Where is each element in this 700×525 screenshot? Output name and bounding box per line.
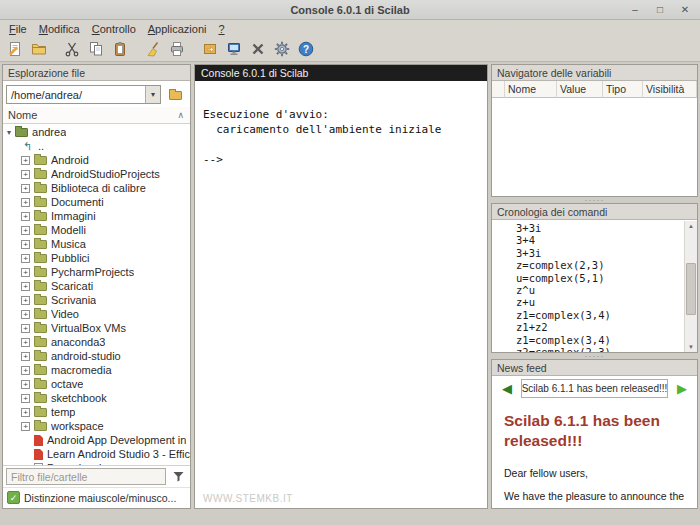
- expander-icon[interactable]: +: [21, 198, 30, 207]
- print-button[interactable]: [165, 38, 189, 60]
- column-visibilità[interactable]: Visibilità: [643, 81, 697, 98]
- menu-item-applicazioni[interactable]: Applicazioni: [142, 22, 213, 36]
- tree-item-folder[interactable]: +temp: [3, 405, 190, 419]
- tree-item-folder[interactable]: +anaconda3: [3, 335, 190, 349]
- tree-item-folder[interactable]: +Video: [3, 307, 190, 321]
- menu-item-file[interactable]: File: [3, 22, 33, 36]
- history-item[interactable]: z=complex(2,3): [516, 259, 681, 271]
- history-item[interactable]: 3+4: [516, 234, 681, 246]
- column-tipo[interactable]: Tipo: [603, 81, 643, 98]
- tree-item-folder[interactable]: +workspace: [3, 419, 190, 433]
- expander-icon[interactable]: +: [21, 422, 30, 431]
- expander-icon[interactable]: +: [21, 184, 30, 193]
- path-combo[interactable]: /home/andrea/ ▾: [6, 85, 161, 104]
- history-item[interactable]: z^u: [516, 284, 681, 296]
- tree-item-folder[interactable]: +Modelli: [3, 223, 190, 237]
- tree-item-folder[interactable]: +Android: [3, 153, 190, 167]
- tree-item-up[interactable]: ↰..: [3, 139, 190, 153]
- expander-icon[interactable]: +: [21, 380, 30, 389]
- history-list[interactable]: 3+3i3+43+3iz=complex(2,3)u=complex(5,1)z…: [492, 220, 697, 352]
- preferences-button[interactable]: [270, 38, 294, 60]
- expander-icon[interactable]: +: [21, 240, 30, 249]
- tree-item-folder[interactable]: +sketchbook: [3, 391, 190, 405]
- tree-item-folder[interactable]: +VirtualBox VMs: [3, 321, 190, 335]
- variable-table-body[interactable]: [492, 98, 697, 196]
- tree-item-root[interactable]: ▾andrea: [3, 125, 190, 139]
- minimize-icon[interactable]: –: [628, 4, 642, 15]
- news-prev-button[interactable]: ◀: [496, 379, 518, 398]
- stop-button[interactable]: [246, 38, 270, 60]
- expander-icon[interactable]: +: [21, 324, 30, 333]
- filter-funnel-button[interactable]: [169, 471, 187, 482]
- tree-item-folder[interactable]: +Pubblici: [3, 251, 190, 265]
- tree-item-folder[interactable]: +android-studio: [3, 349, 190, 363]
- collapse-icon[interactable]: ∧: [177, 110, 184, 120]
- tree-item-file[interactable]: Android App Development in: [3, 433, 190, 447]
- copy-button[interactable]: [84, 38, 108, 60]
- tree-item-folder[interactable]: +Documenti: [3, 195, 190, 209]
- dropdown-arrow-icon[interactable]: ▾: [145, 86, 160, 103]
- menu-item-help[interactable]: ?: [212, 22, 230, 36]
- history-item[interactable]: z+u: [516, 296, 681, 308]
- expander-icon[interactable]: +: [21, 268, 30, 277]
- expander-icon[interactable]: +: [21, 212, 30, 221]
- paste-button[interactable]: [108, 38, 132, 60]
- expander-icon[interactable]: +: [21, 394, 30, 403]
- help-button[interactable]: ?: [294, 38, 318, 60]
- column-value[interactable]: Value: [557, 81, 603, 98]
- titlebar[interactable]: Console 6.0.1 di Scilab – □ ✕: [0, 0, 700, 20]
- tree-item-folder[interactable]: +Scrivania: [3, 293, 190, 307]
- folder-icon: [34, 268, 47, 277]
- tree-item-file[interactable]: Learn Android Studio 3 - Effici: [3, 447, 190, 461]
- expander-icon[interactable]: +: [21, 352, 30, 361]
- open-file-button[interactable]: [27, 38, 51, 60]
- collapse-arrow-icon[interactable]: ▾: [7, 128, 11, 137]
- expander-icon[interactable]: +: [21, 338, 30, 347]
- tree-item-folder[interactable]: +macromedia: [3, 363, 190, 377]
- history-item[interactable]: z1=complex(3,4): [516, 334, 681, 346]
- expander-icon[interactable]: +: [21, 226, 30, 235]
- change-directory-button[interactable]: [198, 38, 222, 60]
- scroll-down-icon[interactable]: ▼: [685, 342, 697, 352]
- tree-item-folder[interactable]: +PycharmProjects: [3, 265, 190, 279]
- filter-input[interactable]: [6, 468, 166, 485]
- news-body[interactable]: Scilab 6.1.1 has been released!!! Dear f…: [492, 401, 697, 508]
- expander-icon[interactable]: +: [21, 310, 30, 319]
- history-scrollbar[interactable]: ▲ ▼: [684, 221, 697, 352]
- history-item[interactable]: z1=complex(3,4): [516, 309, 681, 321]
- tree-item-folder[interactable]: +octave: [3, 377, 190, 391]
- history-item[interactable]: 3+3i: [516, 222, 681, 234]
- browse-folder-button[interactable]: [163, 84, 187, 105]
- expander-icon[interactable]: +: [21, 366, 30, 375]
- expander-icon[interactable]: +: [21, 254, 30, 263]
- menu-item-modifica[interactable]: Modifica: [33, 22, 86, 36]
- clear-console-button[interactable]: [141, 38, 165, 60]
- expander-icon[interactable]: +: [21, 170, 30, 179]
- scroll-up-icon[interactable]: ▲: [685, 221, 697, 231]
- expander-icon[interactable]: +: [21, 408, 30, 417]
- history-item[interactable]: z1+z2: [516, 321, 681, 333]
- launch-editor-button[interactable]: [3, 38, 27, 60]
- scrollbar-thumb[interactable]: [686, 263, 696, 315]
- case-sensitive-checkbox[interactable]: ✓: [7, 491, 20, 504]
- tree-item-folder[interactable]: +AndroidStudioProjects: [3, 167, 190, 181]
- column-nome[interactable]: Nome: [505, 81, 557, 98]
- expander-icon[interactable]: +: [21, 156, 30, 165]
- history-item[interactable]: 3+3i: [516, 247, 681, 259]
- tree-item-folder[interactable]: +Immagini: [3, 209, 190, 223]
- tree-item-folder[interactable]: +Musica: [3, 237, 190, 251]
- tree-column-header[interactable]: Nome ∧: [3, 107, 190, 124]
- expander-icon[interactable]: +: [21, 296, 30, 305]
- expander-icon[interactable]: +: [21, 282, 30, 291]
- cut-button[interactable]: [60, 38, 84, 60]
- history-item[interactable]: u=complex(5,1): [516, 272, 681, 284]
- tree-item-folder[interactable]: +Scaricati: [3, 279, 190, 293]
- maximize-icon[interactable]: □: [653, 4, 667, 15]
- history-item[interactable]: z2=complex(2,3): [516, 346, 681, 352]
- console-output[interactable]: Esecuzione d'avvio: caricamento dell'amb…: [195, 81, 487, 508]
- news-next-button[interactable]: ▶: [671, 379, 693, 398]
- tree-item-folder[interactable]: +Biblioteca di calibre: [3, 181, 190, 195]
- close-icon[interactable]: ✕: [678, 4, 692, 15]
- xcos-button[interactable]: [222, 38, 246, 60]
- menu-item-controllo[interactable]: Controllo: [86, 22, 142, 36]
